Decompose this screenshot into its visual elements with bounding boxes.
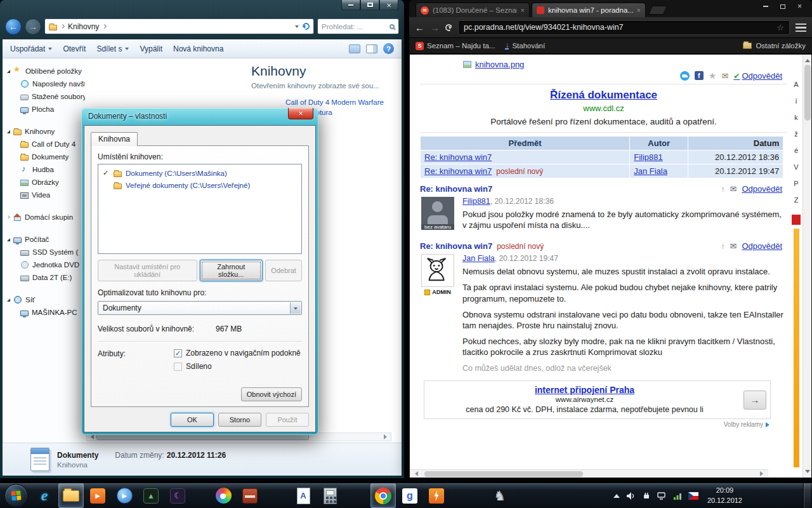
email-icon[interactable] [721,71,728,81]
column-header[interactable]: Datum [688,137,783,150]
tab-seznam-email[interactable]: (1083) Doručené – Seznam [416,3,530,17]
taskbar-clock[interactable]: 20:09 20.12.2012 [707,486,742,505]
remove-button[interactable]: Odebrat [265,260,302,281]
sidebar-item-music[interactable]: Hudba [20,163,85,176]
scroll-right-icon[interactable] [384,434,390,439]
taskbar-chess[interactable] [487,483,513,508]
minimize-button[interactable] [341,0,360,10]
taskbar-calculator[interactable] [317,483,343,508]
up-arrow-icon[interactable] [721,242,724,251]
taskbar-game-2[interactable] [165,483,190,508]
favorite-star-icon[interactable] [709,70,717,81]
close-button[interactable] [379,0,398,10]
location-row[interactable]: Dokumenty (C:\Users\Mašinka) [100,167,300,179]
column-header[interactable]: Autor [630,137,688,150]
start-button[interactable] [4,484,28,507]
scroll-right-icon[interactable] [760,471,766,476]
minimize-button[interactable] [757,1,774,11]
taskbar-flash[interactable] [424,483,449,508]
post-author-link[interactable]: Filip881 [462,197,490,206]
taskbar-chrome[interactable] [370,483,396,508]
explorer-titlebar[interactable]: Knihovny [0,0,404,39]
url-input[interactable] [464,23,773,32]
ad-title-link[interactable]: Řízená dokumentace [550,89,657,102]
reply-link[interactable]: Odpovědět [742,241,782,251]
thread-link[interactable]: Re: knihovna win7 [424,152,492,162]
author-link[interactable]: Filip881 [634,152,663,162]
thread-link[interactable]: Re: knihovna win7 [424,166,492,176]
ok-button[interactable]: OK [171,413,214,427]
search-box[interactable] [317,18,399,34]
maximize-button[interactable] [774,1,791,11]
optimize-select[interactable]: Dokumenty [98,301,302,315]
scroll-up-icon[interactable] [805,57,810,62]
sidebar-item-recent[interactable]: Naposledy navštívené [20,77,85,90]
tab-knihovna[interactable]: Knihovna [91,132,138,146]
scrollbar-thumb[interactable] [424,471,583,477]
expander-icon[interactable] [7,298,10,302]
tab-close-icon[interactable] [521,6,525,14]
column-header[interactable]: Předmět [421,137,630,150]
library-link[interactable]: Call of Duty 4 Modern Warfare [285,98,384,106]
sidebar-item-ssd[interactable]: SSD Systém ( [20,246,85,258]
change-view-icon[interactable] [349,44,360,53]
open-button[interactable]: Otevřít [63,44,86,53]
ad-arrow-button[interactable] [743,391,766,410]
page-vertical-scrollbar[interactable] [802,55,811,478]
taskbar-media-app[interactable] [85,483,110,508]
refresh-icon[interactable] [301,22,311,31]
include-folder-button[interactable]: Zahrnout složku... [200,260,263,281]
location-row[interactable]: Veřejné dokumenty (C:\Users\Veřejné) [100,179,300,191]
reload-icon[interactable] [444,23,453,32]
burn-button[interactable]: Vypálit [140,44,162,53]
address-bar[interactable] [458,20,790,35]
sidebar-item-pictures[interactable]: Obrázky [20,176,85,189]
czech-flag-icon[interactable] [688,492,698,500]
breadcrumb-location[interactable]: Knihovny [68,22,99,31]
chevron-right-icon[interactable] [102,24,107,29]
locations-list[interactable]: Dokumenty (C:\Users\Mašinka) Veřejné dok… [98,164,302,254]
taskbar-brick-app[interactable] [237,483,263,508]
hidden-icons-chevron[interactable] [613,491,620,498]
sidebar-item-homegroup[interactable]: Domácí skupin [7,211,85,224]
volume-icon[interactable] [626,491,636,500]
sidebar-item-network[interactable]: Síť [7,293,85,306]
up-arrow-icon[interactable] [721,185,724,194]
breadcrumb[interactable]: Knihovny [44,18,314,34]
combo-dropdown-button[interactable] [290,302,301,314]
sidebar-item-data[interactable]: Data 2T (E:) [20,271,85,284]
reply-link[interactable]: Odpovědět [733,71,782,81]
back-button[interactable] [5,18,22,35]
bottom-ad-title-link[interactable]: internet připojení Praha [535,385,634,395]
sidebar-item-dvd[interactable]: Jednotka DVD [20,258,85,271]
ad-choices[interactable]: Volby reklamy [420,421,769,428]
post-author-link[interactable]: Jan Fiala [462,254,495,263]
restore-defaults-button[interactable]: Obnovit výchozí [241,387,302,401]
scroll-left-icon[interactable] [412,471,418,476]
network-icon[interactable] [657,491,667,500]
sidebar-item-videos[interactable]: Videa [20,189,85,201]
attachment-link[interactable]: knihovna.png [475,60,524,69]
reply-link[interactable]: Odpovědět [742,184,782,194]
search-input[interactable] [322,23,390,30]
taskbar-word[interactable] [291,483,316,508]
checkbox-checked-icon[interactable] [174,349,182,358]
sidebar-item-masinka-pc[interactable]: MAŠINKA-PC [20,306,85,319]
show-desktop-button[interactable] [803,483,811,508]
sidebar-item-downloads[interactable]: Stažené soubory [20,90,85,103]
taskbar-google[interactable] [397,483,422,508]
maximize-button[interactable] [360,0,379,10]
sidebar-item-computer[interactable]: Počítač [7,233,85,246]
scroll-left-icon[interactable] [88,434,94,439]
taskbar-paint[interactable] [211,483,236,508]
bookmark-downloads[interactable]: Stahování [505,42,545,50]
scroll-down-icon[interactable] [805,470,810,476]
checkbox-unchecked-icon[interactable] [174,363,182,371]
taskbar-game-1[interactable] [138,483,164,508]
dialog-close-button[interactable] [288,108,313,119]
shared-checkbox[interactable]: Sdíleno [174,362,301,371]
facebook-icon[interactable] [695,71,704,80]
back-button[interactable] [415,23,424,32]
page-horizontal-scrollbar[interactable] [410,469,768,478]
tab-close-icon[interactable] [637,6,641,14]
